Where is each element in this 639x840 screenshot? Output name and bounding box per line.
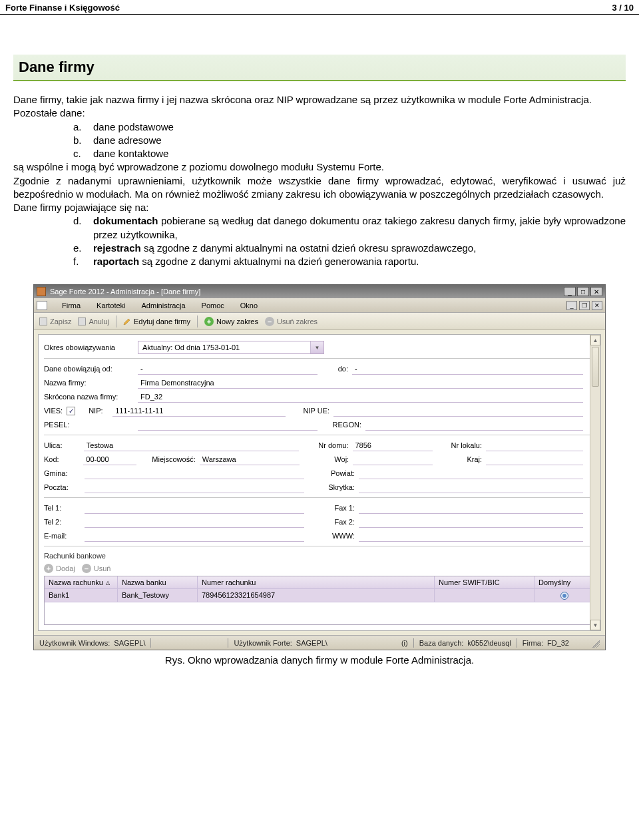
toolbar: Zapisz Anuluj Edytuj dane firmy + Nowy z… bbox=[34, 313, 605, 330]
list-item: f. raportach są zgodne z danymi aktualny… bbox=[73, 255, 626, 268]
bank-usun-button[interactable]: – Usuń bbox=[82, 564, 111, 573]
document-icon[interactable] bbox=[37, 301, 47, 310]
input-ulica[interactable] bbox=[84, 439, 299, 451]
bank-grid: Nazwa rachunku△ Nazwa banku Numer rachun… bbox=[44, 576, 595, 625]
cell-swift bbox=[435, 588, 534, 602]
scroll-up-icon[interactable]: ▲ bbox=[590, 335, 600, 345]
doc-title: Forte Finanse i Księgowość bbox=[5, 3, 120, 13]
input-tel1[interactable] bbox=[85, 502, 304, 514]
input-nipue[interactable] bbox=[333, 405, 583, 417]
vies-checkbox[interactable]: ✓ bbox=[67, 407, 75, 415]
input-nrdomu[interactable] bbox=[353, 439, 433, 451]
menu-firma[interactable]: Firma bbox=[54, 302, 89, 310]
toolbar-label: Dodaj bbox=[56, 564, 75, 572]
label-nipue: NIP UE: bbox=[290, 407, 329, 415]
mdi-close-button[interactable]: ✕ bbox=[592, 301, 602, 310]
list-marker: f. bbox=[73, 255, 85, 268]
menu-administracja[interactable]: Administracja bbox=[134, 302, 194, 310]
label-nip: NIP: bbox=[89, 407, 108, 415]
app-window: Sage Forte 2012 - Administracja - [Dane … bbox=[33, 284, 606, 650]
list-marker: a. bbox=[73, 120, 85, 134]
grid-header[interactable]: Nazwa banku bbox=[118, 576, 198, 588]
label-do: do: bbox=[321, 365, 348, 373]
label-www: WWW: bbox=[308, 532, 355, 540]
input-woj[interactable] bbox=[353, 453, 433, 465]
table-row[interactable]: Bank1 Bank_Testowy 789456123321654987 bbox=[45, 588, 594, 602]
list-item: a. dane podstawowe bbox=[73, 120, 626, 134]
bank-header: Rachunki bankowe bbox=[44, 552, 595, 560]
grid-header[interactable]: Domyślny bbox=[534, 576, 594, 588]
input-fax2[interactable] bbox=[359, 516, 583, 528]
list-marker: d. bbox=[73, 214, 85, 242]
app-icon bbox=[37, 287, 46, 296]
grid-header[interactable]: Numer rachunku bbox=[198, 576, 435, 588]
input-regon[interactable] bbox=[365, 419, 583, 431]
input-poczta[interactable] bbox=[85, 481, 304, 493]
minimize-button[interactable]: _ bbox=[564, 287, 576, 296]
minus-icon: – bbox=[82, 564, 91, 573]
label-skrytka: Skrytka: bbox=[308, 483, 355, 491]
mdi-restore-button[interactable]: ❐ bbox=[579, 301, 590, 310]
input-kraj[interactable] bbox=[486, 453, 583, 465]
grid-header[interactable]: Numer SWIFT/BIC bbox=[435, 576, 534, 588]
titlebar[interactable]: Sage Forte 2012 - Administracja - [Dane … bbox=[34, 285, 605, 298]
input-www[interactable] bbox=[359, 530, 583, 542]
menu-kartoteki[interactable]: Kartoteki bbox=[89, 302, 133, 310]
input-powiat[interactable] bbox=[359, 467, 583, 479]
input-email[interactable] bbox=[85, 530, 304, 542]
list-text: dane kontaktowe bbox=[93, 147, 626, 160]
toolbar-zapisz[interactable]: Zapisz bbox=[39, 317, 71, 325]
input-skrocona[interactable] bbox=[138, 391, 583, 403]
radio-selected-icon[interactable] bbox=[560, 592, 568, 600]
menu-okno[interactable]: Okno bbox=[232, 302, 266, 310]
mdi-minimize-button[interactable]: _ bbox=[566, 301, 577, 310]
toolbar-edytuj[interactable]: Edytuj dane firmy bbox=[123, 317, 190, 325]
body-text: Dane firmy, takie jak nazwa firmy i jej … bbox=[13, 93, 626, 268]
scroll-down-icon[interactable]: ▼ bbox=[590, 620, 600, 630]
close-button[interactable]: ✕ bbox=[590, 287, 602, 296]
toolbar-label: Nowy zakres bbox=[216, 317, 258, 325]
scrollbar[interactable]: ▲ ▼ bbox=[590, 335, 600, 630]
list-item: c. dane kontaktowe bbox=[73, 147, 626, 160]
cell-numer-rachunku: 789456123321654987 bbox=[198, 588, 435, 602]
input-nazwa[interactable] bbox=[138, 377, 583, 389]
menu-pomoc[interactable]: Pomoc bbox=[194, 302, 232, 310]
input-kod[interactable] bbox=[83, 453, 136, 465]
intro-text: Dane firmy, takie jak nazwa firmy i jej … bbox=[13, 93, 626, 106]
bank-dodaj-button[interactable]: + Dodaj bbox=[44, 564, 75, 573]
resize-grip-icon[interactable] bbox=[590, 638, 600, 648]
para: Dane firmy pojawiające się na: bbox=[13, 201, 626, 214]
toolbar-nowy-zakres[interactable]: + Nowy zakres bbox=[204, 317, 258, 326]
input-obow-from[interactable] bbox=[138, 363, 318, 375]
input-nip[interactable] bbox=[112, 405, 286, 417]
info-icon[interactable]: (i) bbox=[401, 639, 408, 647]
toolbar-usun-zakres[interactable]: – Usuń zakres bbox=[265, 317, 318, 326]
input-skrytka[interactable] bbox=[359, 481, 583, 493]
input-miejscowosc[interactable] bbox=[200, 453, 300, 465]
list-item: e. rejestrach są zgodne z danymi aktualn… bbox=[73, 242, 626, 255]
input-tel2[interactable] bbox=[85, 516, 304, 528]
grid-header[interactable]: Nazwa rachunku△ bbox=[45, 576, 118, 588]
input-gmina[interactable] bbox=[85, 467, 304, 479]
statusbar: Użytkownik Windows: SAGEPL\ Użytkownik F… bbox=[34, 635, 605, 650]
maximize-button[interactable]: □ bbox=[577, 287, 589, 296]
okres-dropdown[interactable]: Aktualny: Od dnia 1753-01-01 ▼ bbox=[138, 341, 324, 354]
input-obow-to[interactable] bbox=[352, 363, 583, 375]
label-powiat: Powiat: bbox=[308, 469, 355, 477]
chevron-down-icon[interactable]: ▼ bbox=[310, 341, 323, 353]
label-gmina: Gmina: bbox=[44, 469, 81, 477]
toolbar-anuluj[interactable]: Anuluj bbox=[78, 317, 109, 325]
input-pesel[interactable] bbox=[138, 419, 318, 431]
label-email: E-mail: bbox=[44, 532, 81, 540]
input-fax1[interactable] bbox=[359, 502, 583, 514]
label-nazwa: Nazwa firmy: bbox=[44, 379, 134, 387]
input-nrlokalu[interactable] bbox=[486, 439, 583, 451]
label-kraj: Kraj: bbox=[437, 455, 482, 463]
toolbar-separator bbox=[116, 315, 116, 327]
cell-nazwa-rachunku: Bank1 bbox=[45, 588, 118, 602]
bold: raportach bbox=[93, 256, 139, 267]
scroll-thumb[interactable] bbox=[592, 347, 599, 387]
form-panel: ▲ ▼ Okres obowiązywania Aktualny: Od dni… bbox=[38, 334, 601, 631]
list-marker: b. bbox=[73, 134, 85, 147]
label-skrocona: Skrócona nazwa firmy: bbox=[44, 393, 134, 401]
